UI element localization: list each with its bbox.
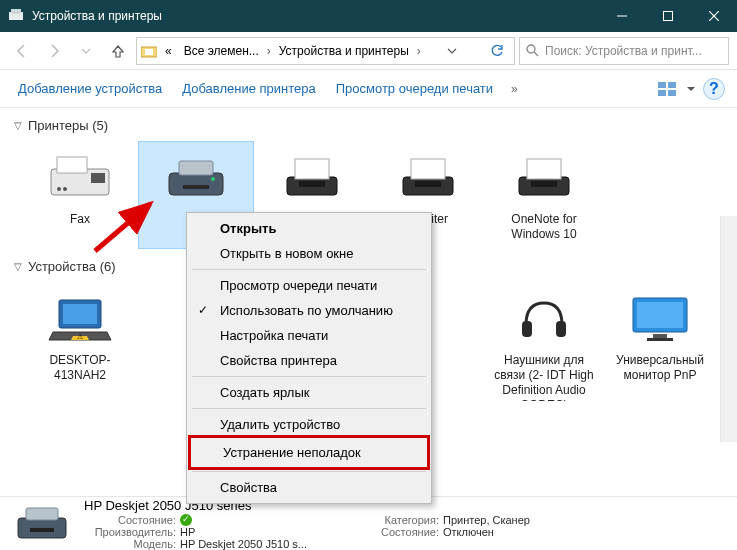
menu-print-prefs[interactable]: Настройка печати [190,323,428,348]
device-monitor[interactable]: Универсальный монитор PnP [602,282,718,408]
command-toolbar: Добавление устройства Добавление принтер… [0,70,737,108]
chevron-right-icon[interactable]: › [267,44,271,58]
menu-open-new-window[interactable]: Открыть в новом окне [190,241,428,266]
group-title: Устройства [28,259,96,274]
minimize-button[interactable] [599,0,645,32]
group-header-printers[interactable]: ▽ Принтеры (5) [14,114,723,137]
svg-rect-21 [183,185,209,189]
svg-rect-40 [647,338,673,341]
svg-rect-11 [668,82,676,88]
svg-point-17 [57,187,61,191]
view-options-button[interactable] [655,77,679,101]
printer-icon [504,148,584,206]
svg-rect-19 [169,173,223,195]
svg-rect-36 [556,321,566,337]
breadcrumb-seg1[interactable]: Все элемен... [180,44,263,58]
address-dropdown[interactable] [441,46,463,56]
printer-icon [388,148,468,206]
svg-rect-43 [26,508,58,520]
add-printer-link[interactable]: Добавление принтера [176,77,321,100]
device-label: Универсальный монитор PnP [607,353,713,383]
menu-printer-props[interactable]: Свойства принтера [190,348,428,373]
vertical-scrollbar[interactable] [720,216,737,442]
search-placeholder: Поиск: Устройства и принт... [545,44,702,58]
menu-open[interactable]: Открыть [190,216,428,241]
annotation-highlight: Устранение неполадок [188,435,430,470]
device-onenote[interactable]: OneNote for Windows 10 [486,141,602,249]
toolbar-overflow[interactable]: » [507,82,522,96]
state-value [180,514,192,526]
svg-rect-38 [637,302,683,328]
add-device-link[interactable]: Добавление устройства [12,77,168,100]
window-title: Устройства и принтеры [32,9,599,23]
menu-view-queue[interactable]: Просмотр очереди печати [190,273,428,298]
menu-use-default[interactable]: ✓Использовать по умолчанию [190,298,428,323]
svg-rect-1 [11,9,21,14]
group-count: (6) [100,259,116,274]
menu-properties[interactable]: Свойства [190,475,428,500]
svg-rect-31 [531,181,557,187]
svg-rect-24 [295,159,329,179]
address-bar[interactable]: « Все элемен... › Устройства и принтеры … [136,37,515,65]
device-fax[interactable]: Fax [22,141,138,249]
svg-rect-44 [30,528,54,532]
menu-troubleshoot[interactable]: Устранение неполадок [193,440,425,465]
manufacturer-label: Производитель: [84,526,176,538]
svg-rect-20 [179,161,213,175]
svg-rect-27 [411,159,445,179]
svg-point-22 [211,177,215,181]
category-value: Принтер, Сканер [443,514,530,526]
search-input[interactable]: Поиск: Устройства и принт... [519,37,729,65]
manufacturer-value: HP [180,526,195,538]
device-label: Наушники для связи (2- IDT High Definiti… [491,353,597,401]
breadcrumb-seg2[interactable]: Устройства и принтеры [275,44,413,58]
back-button[interactable] [8,37,36,65]
maximize-button[interactable] [645,0,691,32]
nav-row: « Все элемен... › Устройства и принтеры … [0,32,737,70]
chevron-right-icon[interactable]: › [417,44,421,58]
context-menu: Открыть Открыть в новом окне Просмотр оч… [186,212,432,504]
device-desktop[interactable]: ⚠ DESKTOP-413NAH2 [22,282,138,408]
svg-rect-10 [658,82,666,88]
device-headphones[interactable]: Наушники для связи (2- IDT High Definiti… [486,282,602,408]
group-title: Принтеры [28,118,89,133]
help-button[interactable]: ? [703,78,725,100]
check-icon: ✓ [198,303,208,317]
up-button[interactable] [104,37,132,65]
svg-point-8 [527,45,535,53]
device-label: Fax [27,212,133,227]
menu-remove-device[interactable]: Удалить устройство [190,412,428,437]
status-label: Состояние: [347,526,439,538]
svg-text:⚠: ⚠ [77,333,83,340]
view-queue-link[interactable]: Просмотр очереди печати [330,77,499,100]
headphones-icon [504,289,584,347]
svg-rect-7 [145,49,153,55]
svg-rect-35 [522,321,532,337]
category-label: Категория: [347,514,439,526]
group-count: (5) [92,118,108,133]
chevron-down-icon: ▽ [14,261,22,272]
svg-rect-28 [415,181,441,187]
state-label: Состояние: [84,514,176,526]
view-dropdown[interactable] [687,85,695,93]
titlebar: Устройства и принтеры [0,0,737,32]
forward-button[interactable] [40,37,68,65]
status-ok-icon [180,514,192,526]
svg-rect-25 [299,181,325,187]
fax-icon [40,148,120,206]
device-label: DESKTOP-413NAH2 [27,353,133,383]
model-value: HP Deskjet 2050 J510 s... [180,538,307,550]
svg-point-18 [63,187,67,191]
recent-dropdown[interactable] [72,37,100,65]
close-button[interactable] [691,0,737,32]
svg-rect-30 [527,159,561,179]
menu-create-shortcut[interactable]: Создать ярлык [190,380,428,405]
monitor-icon [620,289,700,347]
svg-rect-39 [653,334,667,338]
printer-icon [272,148,352,206]
refresh-button[interactable] [484,44,510,58]
menu-separator [192,376,426,377]
details-thumb-icon [10,502,74,546]
model-label: Модель: [84,538,176,550]
svg-rect-33 [63,304,97,324]
